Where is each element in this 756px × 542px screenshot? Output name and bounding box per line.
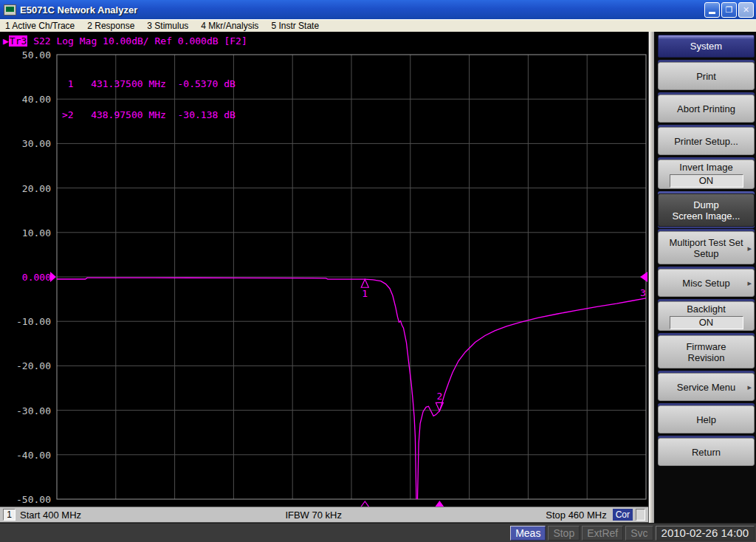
softkey-menu-title: System xyxy=(658,35,755,58)
y-axis-tick-label: 30.00 xyxy=(22,138,51,149)
instrument-screen: ▶Tr3 S22 Log Mag 10.00dB/ Ref 0.000dB [F… xyxy=(0,32,648,523)
status-spare-box xyxy=(636,509,645,521)
stop-indicator: Stop xyxy=(548,526,580,541)
marker-readout: 1 431.37500 MHz -0.5370 dB >2 438.97500 … xyxy=(62,58,236,141)
softkey-label: Abort Printing xyxy=(677,103,735,114)
extref-indicator: ExtRef xyxy=(582,526,623,541)
softkey-printer-setup[interactable]: Printer Setup... xyxy=(658,127,755,155)
submenu-arrow-icon: ▸ xyxy=(747,242,752,253)
softkey-label-2: Screen Image... xyxy=(673,210,740,222)
window-title: E5071C Network Analyzer xyxy=(20,4,703,16)
application-window: E5071C Network Analyzer ❐ ✕ 1 Active Ch/… xyxy=(0,0,756,542)
softkey-label: Dump xyxy=(693,199,719,210)
y-axis-tick-label: -20.00 xyxy=(16,360,51,371)
menu-item-1[interactable]: 1 Active Ch/Trace xyxy=(5,21,75,31)
softkey-help[interactable]: Help xyxy=(658,405,755,433)
softkey-print[interactable]: Print xyxy=(658,62,755,90)
softkey-invert-image[interactable]: Invert ImageON xyxy=(658,159,755,189)
softkey-multiport-test-set[interactable]: Multiport Test SetSetup▸ xyxy=(658,231,755,264)
softkey-label: Return xyxy=(692,447,721,458)
marker-2-label: 2 xyxy=(436,391,442,402)
softkey-abort-printing[interactable]: Abort Printing xyxy=(658,95,755,123)
softkey-label: Misc Setup xyxy=(682,278,729,289)
softkey-label: Firmware xyxy=(686,341,726,352)
softkey-label-2: Revision xyxy=(688,352,725,363)
channel-number-box: 1 xyxy=(3,509,16,521)
menu-item-4[interactable]: 4 Mkr/Analysis xyxy=(201,21,258,31)
marker-1-label: 1 xyxy=(362,288,368,299)
submenu-arrow-icon: ▸ xyxy=(747,382,752,393)
app-icon xyxy=(4,4,16,16)
y-axis-tick-label: -10.00 xyxy=(16,316,51,327)
meas-indicator: Meas xyxy=(510,526,546,541)
softkey-backlight[interactable]: BacklightON xyxy=(658,301,755,331)
marker-1-glyph[interactable] xyxy=(361,279,368,287)
start-frequency-label[interactable]: Start 400 MHz xyxy=(20,510,81,521)
softkey-label-2: Setup xyxy=(694,248,719,259)
softkey-return[interactable]: Return xyxy=(658,438,755,466)
marker-readout-line-2: >2 438.97500 MHz -30.138 dB xyxy=(62,110,236,120)
svc-indicator: Svc xyxy=(625,526,653,541)
softkey-label: Printer Setup... xyxy=(674,136,738,147)
softkey-service-menu[interactable]: Service Menu▸ xyxy=(658,373,755,401)
minimize-icon xyxy=(709,12,715,14)
y-axis-tick-label: 40.00 xyxy=(22,94,51,105)
softkey-dump[interactable]: DumpScreen Image... xyxy=(658,193,755,227)
menu-bar: 1 Active Ch/Trace2 Response3 Stimulus4 M… xyxy=(0,19,756,32)
softkey-label: Help xyxy=(696,414,716,425)
screen-sidebar-divider xyxy=(648,32,654,523)
softkey-state-box: ON xyxy=(670,174,743,188)
softkey-menu: System PrintAbort PrintingPrinter Setup.… xyxy=(654,32,756,523)
menu-item-5[interactable]: 5 Instr State xyxy=(271,21,319,31)
close-button[interactable]: ✕ xyxy=(738,2,754,18)
softkey-label: Invert Image xyxy=(679,162,732,173)
trace-status-line[interactable]: ▶Tr3 S22 Log Mag 10.00dB/ Ref 0.000dB [F… xyxy=(3,35,247,47)
trace-number-label: 3 xyxy=(640,287,646,298)
clock: 2010-02-26 14:00 xyxy=(656,526,755,541)
softkey-label: Print xyxy=(696,71,716,82)
softkey-label: Backlight xyxy=(687,303,726,315)
minimize-button[interactable] xyxy=(704,2,720,18)
title-bar[interactable]: E5071C Network Analyzer ❐ ✕ xyxy=(0,0,756,19)
softkey-label: Service Menu xyxy=(677,382,735,393)
ifbw-label[interactable]: IFBW 70 kHz xyxy=(81,510,546,521)
y-axis-tick-label: -30.00 xyxy=(16,405,51,416)
close-icon: ✕ xyxy=(743,5,749,14)
y-axis-tick-label: 10.00 xyxy=(22,227,51,239)
y-axis-tick-label: 0.000 xyxy=(22,272,51,283)
reference-level-marker-right xyxy=(640,272,647,282)
softkey-state-box: ON xyxy=(670,316,743,329)
reference-level-marker-left xyxy=(50,272,56,282)
menu-item-2[interactable]: 2 Response xyxy=(87,21,134,31)
softkey-firmware[interactable]: FirmwareRevision xyxy=(658,335,755,368)
y-axis-tick-label: -40.00 xyxy=(16,450,51,461)
trace-name-badge: Tr3 xyxy=(9,35,27,47)
menu-item-3[interactable]: 3 Stimulus xyxy=(147,21,188,31)
trace-format-text: S22 Log Mag 10.00dB/ Ref 0.000dB [F2] xyxy=(27,35,247,47)
marker-2-stimulus-indicator[interactable] xyxy=(433,501,445,507)
stop-frequency-label[interactable]: Stop 460 MHz xyxy=(546,510,606,521)
marker-1-stimulus-indicator[interactable] xyxy=(359,501,371,507)
active-trace-arrow-icon: ▶ xyxy=(3,35,9,47)
restore-button[interactable]: ❐ xyxy=(721,2,737,18)
submenu-arrow-icon: ▸ xyxy=(747,278,752,289)
restore-icon: ❐ xyxy=(726,5,733,14)
marker-readout-line-1: 1 431.37500 MHz -0.5370 dB xyxy=(62,79,236,89)
instrument-status-bar: Meas Stop ExtRef Svc 2010-02-26 14:00 xyxy=(0,523,756,542)
channel-status-bar: 1 Start 400 MHz IFBW 70 kHz Stop 460 MHz… xyxy=(0,507,648,523)
y-axis-tick-label: -50.00 xyxy=(16,494,51,505)
y-axis-tick-label: 20.00 xyxy=(22,183,51,194)
y-axis-tick-label: 50.00 xyxy=(22,49,51,61)
softkey-misc-setup[interactable]: Misc Setup▸ xyxy=(658,269,755,297)
correction-status-badge: Cor xyxy=(613,509,633,521)
softkey-label: Multiport Test Set xyxy=(669,237,743,248)
